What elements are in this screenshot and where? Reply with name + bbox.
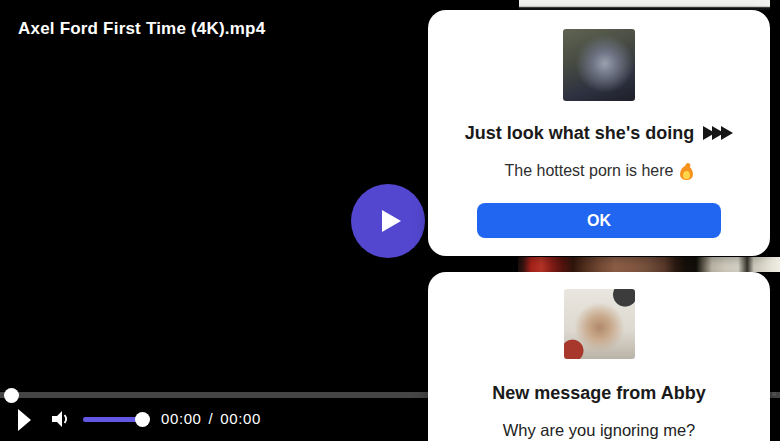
popup-offer-card[interactable]: Just look what she's doing The hottest p…: [428, 10, 770, 256]
play-icon: [382, 210, 401, 232]
edge-dot: [772, 392, 776, 396]
volume-slider[interactable]: [83, 417, 137, 422]
popup-offer-title: Just look what she's doing: [428, 122, 770, 144]
volume-icon[interactable]: [51, 408, 71, 434]
popup-offer-subtitle: The hottest porn is here: [428, 161, 770, 181]
popup-offer-title-text: Just look what she's doing: [465, 122, 694, 144]
volume-handle[interactable]: [135, 412, 150, 427]
popup-message-title-text: New message from Abby: [492, 382, 705, 404]
current-time: 00:00: [161, 410, 202, 427]
play-button[interactable]: [18, 409, 31, 431]
photo-thumbnail[interactable]: [563, 29, 635, 101]
popup-offer-subtitle-text: The hottest porn is here: [505, 161, 674, 181]
seek-handle[interactable]: [4, 388, 19, 403]
time-display: 00:00 / 00:00: [161, 410, 261, 427]
big-play-button[interactable]: [351, 184, 425, 258]
video-title: Axel Ford First Time (4K).mp4: [18, 19, 265, 39]
photo-thumbnail[interactable]: [564, 289, 635, 359]
duration: 00:00: [220, 410, 261, 427]
ok-button[interactable]: OK: [477, 203, 721, 238]
popup-message-card[interactable]: New message from Abby Why are you ignori…: [428, 272, 770, 441]
popup-message-subtitle-text: Why are you ignoring me?: [503, 420, 696, 440]
background-ad-image-middle[interactable]: [518, 257, 780, 272]
time-separator: /: [209, 410, 214, 427]
popup-message-subtitle: Why are you ignoring me?: [428, 420, 770, 440]
triple-play-arrows-icon: [703, 126, 733, 140]
popup-message-title: New message from Abby: [428, 382, 770, 404]
fire-icon: [680, 163, 693, 180]
background-ad-image-top[interactable]: [519, 0, 770, 10]
